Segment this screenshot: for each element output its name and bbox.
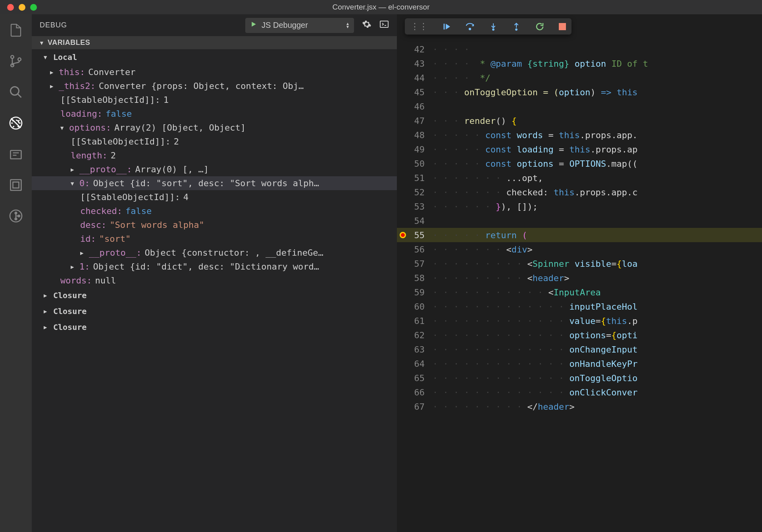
- variable-row[interactable]: length: 2: [32, 148, 397, 162]
- scope-closure[interactable]: ▶ Closure: [32, 287, 397, 303]
- debug-toolbar: ⋮⋮: [405, 18, 572, 35]
- scope-local[interactable]: ▼ Local: [32, 49, 397, 65]
- svg-rect-7: [13, 182, 19, 188]
- extensions-icon[interactable]: [8, 146, 24, 162]
- variables-section-header[interactable]: ▼ VARIABLES: [32, 36, 397, 49]
- variable-row[interactable]: ▶ __proto__: Array(0) [, …]: [32, 162, 397, 176]
- drag-handle-icon[interactable]: ⋮⋮: [410, 21, 428, 31]
- variable-row[interactable]: id: "sort": [32, 232, 397, 246]
- debug-config-selector[interactable]: JS Debugger ▲▼: [245, 18, 354, 33]
- debug-header: DEBUG JS Debugger ▲▼: [32, 14, 397, 36]
- start-debug-icon[interactable]: [250, 21, 257, 30]
- svg-rect-13: [444, 23, 445, 29]
- variable-row[interactable]: ▼ 0: Object {id: "sort", desc: "Sort wor…: [32, 176, 397, 190]
- stop-button[interactable]: [559, 23, 566, 30]
- variable-row[interactable]: [[StableObjectId]]: 1: [32, 93, 397, 107]
- activity-bar: [0, 14, 32, 532]
- variable-row[interactable]: loading: false: [32, 107, 397, 121]
- chevron-right-icon: ▶: [71, 166, 76, 173]
- editor[interactable]: ⋮⋮ 42· · · · 43· · · · * @param {string}…: [397, 14, 762, 532]
- svg-point-0: [11, 56, 14, 59]
- source-control-icon[interactable]: [8, 53, 24, 69]
- svg-point-15: [493, 29, 494, 30]
- breakpoint-icon[interactable]: [400, 232, 406, 238]
- chevron-right-icon: ▶: [80, 250, 86, 256]
- scope-closure[interactable]: ▶ Closure: [32, 319, 397, 335]
- variable-row[interactable]: checked: false: [32, 204, 397, 218]
- chevron-right-icon: ▶: [44, 292, 49, 299]
- debug-label: DEBUG: [40, 21, 237, 29]
- code-content[interactable]: 42· · · · 43· · · · * @param {string} op…: [397, 14, 762, 414]
- variable-row[interactable]: ▶ __proto__: Object {constructor: , __de…: [32, 246, 397, 260]
- maximize-window-icon[interactable]: [30, 4, 37, 11]
- svg-point-16: [516, 29, 517, 30]
- git-icon[interactable]: [8, 208, 24, 224]
- panel-icon[interactable]: [8, 177, 24, 193]
- close-window-icon[interactable]: [7, 4, 14, 11]
- step-over-button[interactable]: [465, 22, 475, 31]
- svg-point-3: [11, 87, 19, 95]
- variable-row[interactable]: [[StableObjectId]]: 4: [32, 190, 397, 204]
- chevron-right-icon: ▶: [44, 308, 49, 314]
- continue-button[interactable]: [442, 22, 451, 31]
- variable-row[interactable]: words: null: [32, 274, 397, 287]
- chevron-right-icon: ▶: [50, 83, 56, 89]
- variable-row[interactable]: [[StableObjectId]]: 2: [32, 135, 397, 148]
- config-updown-icon[interactable]: ▲▼: [346, 22, 350, 29]
- window-controls: [0, 4, 37, 11]
- svg-point-14: [469, 28, 471, 30]
- step-into-button[interactable]: [489, 22, 498, 31]
- window-title: Converter.jsx — el-conversor: [333, 3, 430, 12]
- variable-row[interactable]: ▶ _this2: Converter {props: Object, cont…: [32, 79, 397, 93]
- titlebar: Converter.jsx — el-conversor: [0, 0, 762, 14]
- search-icon[interactable]: [8, 84, 24, 100]
- chevron-right-icon: ▶: [44, 324, 49, 330]
- variable-row[interactable]: ▼ options: Array(2) [Object, Object]: [32, 121, 397, 135]
- debug-config-name: JS Debugger: [262, 21, 341, 30]
- chevron-right-icon: ▶: [50, 69, 56, 75]
- svg-rect-12: [380, 21, 388, 27]
- svg-rect-6: [11, 180, 21, 191]
- svg-point-10: [15, 218, 17, 220]
- svg-rect-5: [11, 150, 21, 159]
- debug-console-icon[interactable]: [379, 19, 389, 31]
- minimize-window-icon[interactable]: [19, 4, 25, 11]
- svg-point-2: [18, 58, 21, 61]
- chevron-right-icon: ▶: [71, 264, 76, 270]
- chevron-down-icon: ▼: [44, 54, 49, 60]
- debug-sidebar: DEBUG JS Debugger ▲▼ ▼ VARIABLES ▼ Loc: [32, 14, 397, 532]
- chevron-down-icon: ▼: [60, 125, 66, 131]
- variable-row[interactable]: desc: "Sort words alpha": [32, 218, 397, 232]
- svg-point-9: [15, 212, 17, 214]
- chevron-down-icon: ▼: [39, 40, 44, 46]
- explorer-icon[interactable]: [8, 22, 24, 38]
- debug-icon[interactable]: [8, 115, 24, 131]
- chevron-down-icon: ▼: [71, 180, 76, 187]
- variable-row[interactable]: ▶ 1: Object {id: "dict", desc: "Dictiona…: [32, 260, 397, 274]
- gear-icon[interactable]: [362, 19, 371, 31]
- variable-row[interactable]: ▶ this: Converter: [32, 65, 397, 79]
- scope-closure[interactable]: ▶ Closure: [32, 303, 397, 319]
- step-out-button[interactable]: [512, 22, 521, 31]
- restart-button[interactable]: [535, 22, 545, 31]
